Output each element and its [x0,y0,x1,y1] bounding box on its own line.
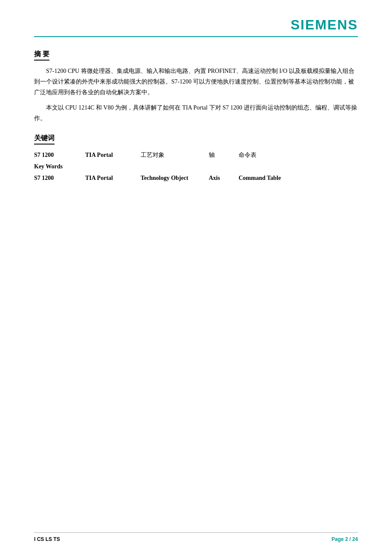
kw-cn-col5: 命令表 [239,150,358,160]
key-words-label: Key Words [34,161,85,172]
keywords-row-chinese: S7 1200 TIA Portal 工艺对象 轴 命令表 [34,150,358,160]
keywords-section: 关键词 S7 1200 TIA Portal 工艺对象 轴 命令表 Key Wo… [34,134,358,184]
footer: I CS LS TS Page 2 / 24 [34,532,358,542]
footer-left-text: I CS LS TS [34,536,60,542]
kw-en-col3: Technology Object [141,173,209,183]
page: SIEMENS 摘 要 S7-1200 CPU 将微处理器、集成电源、输入和输出… [0,0,392,555]
kw-en-col4: Axis [209,173,239,183]
kw-en-col1: S7 1200 [34,173,85,183]
kw-en-col2: TIA Portal [85,173,141,183]
abstract-paragraph-1: S7-1200 CPU 将微处理器、集成电源、输入和输出电路、内置 PROFIN… [34,66,358,98]
header: SIEMENS [34,0,358,37]
abstract-section: 摘 要 S7-1200 CPU 将微处理器、集成电源、输入和输出电路、内置 PR… [34,50,358,124]
kw-cn-col2: TIA Portal [85,150,141,160]
kw-en-col5: Command Table [239,173,358,183]
kw-cn-col3: 工艺对象 [141,150,209,160]
main-content: 摘 要 S7-1200 CPU 将微处理器、集成电源、输入和输出电路、内置 PR… [34,37,358,184]
kw-cn-col1: S7 1200 [34,150,85,160]
kw-cn-col4: 轴 [209,150,239,160]
abstract-paragraph-2: 本文以 CPU 1214C 和 V80 为例，具体讲解了如何在 TIA Port… [34,102,358,124]
abstract-title: 摘 要 [34,50,49,61]
keywords-row-label: Key Words [34,161,358,172]
siemens-logo: SIEMENS [291,17,358,33]
footer-right-text: Page 2 / 24 [331,536,358,542]
keywords-title: 关键词 [34,134,55,145]
keywords-row-english: S7 1200 TIA Portal Technology Object Axi… [34,173,358,183]
